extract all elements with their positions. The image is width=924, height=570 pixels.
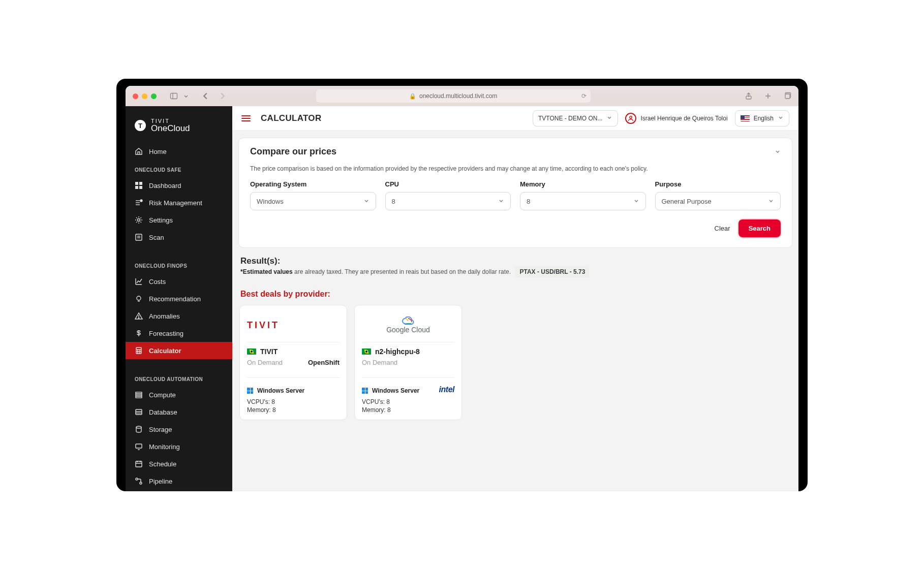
sidebar-item-label: Settings [149, 216, 173, 224]
sidebar-item-dashboard[interactable]: Dashboard [126, 177, 232, 194]
provider-logo: Google Cloud [362, 313, 454, 337]
divider [362, 377, 454, 378]
memory-select[interactable]: 8 [520, 192, 646, 210]
cpu-select[interactable]: 8 [385, 192, 511, 210]
windows-icon [247, 388, 253, 394]
svg-rect-7 [139, 182, 142, 185]
forward-icon[interactable] [219, 92, 227, 100]
chevron-down-icon [633, 198, 639, 205]
select-value: General Purpose [662, 198, 712, 205]
sidebar-toggle-icon[interactable] [170, 92, 178, 100]
svg-rect-0 [171, 93, 177, 99]
spec-memory: Memory: 8 [247, 406, 340, 414]
user-menu[interactable]: Israel Henrique de Queiros Toloi [625, 113, 727, 124]
sidebar-item-pipeline[interactable]: Pipeline [126, 472, 232, 490]
sidebar-item-label: Costs [149, 278, 166, 286]
svg-point-14 [138, 219, 140, 221]
home-icon [135, 147, 143, 155]
clear-button[interactable]: Clear [715, 225, 730, 232]
sidebar-item-compute[interactable]: Compute [126, 386, 232, 403]
dollar-icon [135, 329, 143, 337]
sidebar-item-label: Schedule [149, 460, 176, 468]
storage-icon [135, 425, 143, 433]
dashboard-icon [135, 181, 143, 189]
tenant-name: TVTONE - DEMO ON... [538, 115, 602, 122]
sidebar-item-recommendation[interactable]: Recommendation [126, 290, 232, 307]
sidebar-item-anomalies[interactable]: Anomalies [126, 307, 232, 325]
new-tab-icon[interactable] [764, 92, 772, 100]
field-label: Operating System [250, 180, 376, 188]
refresh-icon[interactable]: ⟳ [581, 92, 587, 100]
sidebar-item-label: Anomalies [149, 312, 180, 320]
info-text: The price comparison is based on the inf… [250, 165, 781, 172]
chevron-down-icon [606, 114, 612, 122]
gear-icon [135, 216, 143, 224]
minimize-window-icon[interactable] [142, 93, 147, 99]
field-label: Purpose [655, 180, 781, 188]
sidebar-item-risk[interactable]: Risk Management [126, 194, 232, 211]
sidebar-item-storage[interactable]: Storage [126, 421, 232, 438]
close-window-icon[interactable] [133, 93, 138, 99]
browser-chrome: 🔒 onecloud.multicloud.tivit.com ⟳ [126, 86, 798, 106]
card-name: TIVIT [247, 347, 340, 356]
purpose-select[interactable]: General Purpose [655, 192, 781, 210]
database-icon [135, 408, 143, 416]
user-avatar-icon [625, 113, 636, 124]
svg-rect-8 [135, 186, 138, 189]
sidebar-item-settings[interactable]: Settings [126, 211, 232, 229]
windows-icon [362, 388, 368, 394]
flag-br-icon [362, 349, 371, 355]
sidebar-item-monitoring[interactable]: Monitoring [126, 438, 232, 455]
sidebar-group-label: ONECLOUD FINOPS [126, 256, 232, 273]
sidebar-item-label: Calculator [149, 347, 181, 355]
card-row: TIVIT TIVIT On Demand OpenShift [238, 305, 792, 420]
sidebar-item-label: Dashboard [149, 182, 181, 189]
sidebar-item-scan[interactable]: Scan [126, 229, 232, 246]
svg-rect-34 [136, 444, 142, 448]
sidebar-group-label: ONECLOUD SAFE [126, 160, 232, 177]
provider-card[interactable]: Google Cloud n2-highcpu-8 On Demand [354, 305, 462, 420]
fullscreen-window-icon[interactable] [151, 93, 157, 99]
sidebar-item-schedule[interactable]: Schedule [126, 455, 232, 472]
share-icon[interactable] [745, 92, 753, 100]
pricing-model: On Demand [362, 359, 397, 366]
chevron-down-icon [363, 198, 369, 205]
panel-title: Compare our prices [250, 146, 336, 157]
sidebar-item-label: Scan [149, 234, 164, 241]
url-bar[interactable]: 🔒 onecloud.multicloud.tivit.com ⟳ [316, 89, 591, 103]
language-label: English [754, 115, 774, 122]
sidebar-item-calculator[interactable]: Calculator [126, 342, 232, 359]
risk-icon [135, 199, 143, 207]
language-selector[interactable]: English [735, 110, 789, 126]
note-text: are already taxed. They are presented in… [293, 268, 511, 275]
sidebar-item-label: Database [149, 408, 177, 416]
sidebar-item-database[interactable]: Database [126, 403, 232, 421]
sidebar-item-costs[interactable]: Costs [126, 273, 232, 290]
sidebar-item-label: Compute [149, 391, 176, 399]
select-value: 8 [392, 198, 395, 205]
menu-toggle-icon[interactable] [241, 115, 251, 121]
tabs-overview-icon[interactable] [783, 92, 791, 100]
sidebar-item-label: Forecasting [149, 330, 183, 337]
back-icon[interactable] [201, 92, 209, 100]
sidebar-item-label: Risk Management [149, 199, 202, 207]
user-name: Israel Henrique de Queiros Toloi [640, 115, 727, 122]
card-name: n2-highcpu-8 [362, 347, 454, 356]
panel-header[interactable]: Compare our prices [239, 138, 792, 165]
bulb-icon [135, 295, 143, 303]
alert-icon [135, 312, 143, 320]
sidebar-item-label: Recommendation [149, 295, 201, 303]
divider [362, 342, 454, 342]
svg-point-33 [136, 426, 141, 428]
svg-point-18 [137, 296, 141, 300]
provider-card[interactable]: TIVIT TIVIT On Demand OpenShift [239, 305, 347, 420]
note-bold: *Estimated values [240, 268, 293, 275]
select-value: 8 [527, 198, 530, 205]
search-button[interactable]: Search [738, 219, 781, 237]
chevron-down-icon[interactable] [182, 92, 190, 100]
os-select[interactable]: Windows [250, 192, 376, 210]
sidebar-item-home[interactable]: Home [126, 143, 232, 160]
chevron-down-icon [775, 147, 781, 156]
sidebar-item-forecasting[interactable]: Forecasting [126, 325, 232, 342]
tenant-selector[interactable]: TVTONE - DEMO ON... [533, 110, 618, 126]
